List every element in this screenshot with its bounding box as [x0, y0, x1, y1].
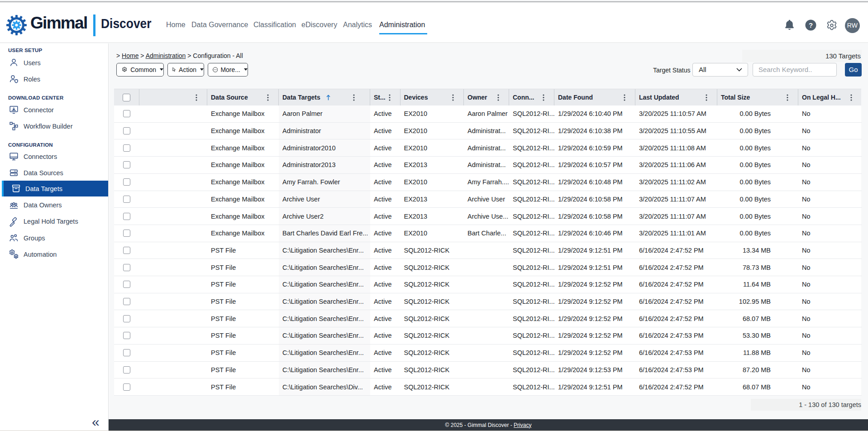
svg-text:?: ? — [809, 21, 813, 29]
